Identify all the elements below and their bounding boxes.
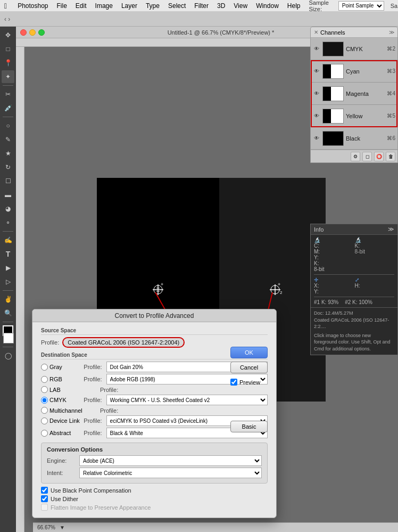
menu-3d[interactable]: 3D xyxy=(217,2,225,10)
background-color[interactable] xyxy=(3,333,14,343)
channel-row-magenta[interactable]: 👁 Magenta ⌘4 xyxy=(311,83,397,105)
black-point-label: Use Black Point Compensation xyxy=(51,487,131,494)
channel-new-icon[interactable]: ◻ xyxy=(362,152,372,161)
basic-button[interactable]: Basic xyxy=(230,421,268,432)
intent-row: Intent: Relative Colorimetric xyxy=(47,468,262,478)
tool-crop[interactable]: ✂ xyxy=(2,88,14,101)
menu-image[interactable]: Image xyxy=(95,2,113,10)
tool-dodge[interactable]: ⚬ xyxy=(2,216,14,229)
tool-marquee[interactable]: □ xyxy=(2,43,14,55)
dest-multichannel-radio[interactable] xyxy=(41,407,48,414)
tool-eraser[interactable]: ☐ xyxy=(2,175,14,187)
sample2-k-value: 100% xyxy=(359,299,372,305)
dialog-body: OK Cancel Preview Basic Source Space Pro… xyxy=(32,322,276,518)
tool-divider-3 xyxy=(3,231,13,232)
channel-shortcut-yellow: ⌘5 xyxy=(387,113,395,119)
sample-size-select[interactable]: Point Sample xyxy=(338,1,384,11)
tool-eyedropper[interactable]: 💉 xyxy=(2,102,14,114)
dither-checkbox[interactable] xyxy=(41,495,48,502)
info-c-label: C: xyxy=(314,243,319,249)
source-profile-value: Coated GRACoL 2006 (ISO 12647-2:2004) xyxy=(62,337,185,348)
tool-move[interactable]: ✥ xyxy=(2,29,14,42)
tool-heal[interactable]: ○ xyxy=(2,119,14,132)
channel-delete-icon[interactable]: 🗑 xyxy=(386,152,395,161)
dialog-buttons: OK Cancel Preview Basic xyxy=(230,347,268,432)
intent-select[interactable]: Relative Colorimetric xyxy=(79,468,262,478)
toolbar-options: Sample Size: Point Sample Sample: All La… xyxy=(309,0,399,12)
channel-thumb-yellow xyxy=(322,109,344,124)
apple-menu[interactable]:  xyxy=(4,2,7,10)
tool-history[interactable]: ↻ xyxy=(2,161,14,174)
channel-options-icon[interactable]: ⚙ xyxy=(351,152,360,161)
tool-shape[interactable]: ▷ xyxy=(2,275,14,288)
tool-divider-6 xyxy=(3,347,13,347)
options-bar: ‹ › xyxy=(0,12,398,27)
info-panel-expand[interactable]: ≫ xyxy=(388,226,394,233)
tool-hand[interactable]: ✌ xyxy=(2,293,14,306)
tool-brush[interactable]: ✎ xyxy=(2,133,14,146)
source-section-label: Source Space xyxy=(41,328,268,335)
engine-select[interactable]: Adobe (ACE) xyxy=(79,455,262,466)
dest-lab-radio[interactable] xyxy=(41,386,48,393)
info-y-label: Y: xyxy=(314,255,319,260)
ok-button[interactable]: OK xyxy=(230,347,268,358)
tool-stamp[interactable]: ★ xyxy=(2,147,14,160)
channel-eye-magenta[interactable]: 👁 xyxy=(313,90,320,97)
channel-eye-yellow[interactable]: 👁 xyxy=(313,112,320,120)
channel-name-yellow: Yellow xyxy=(346,113,385,119)
tool-blur[interactable]: ◕ xyxy=(2,202,14,215)
source-profile-label: Profile: xyxy=(41,339,59,346)
channel-row-black[interactable]: 👁 Black ⌘6 xyxy=(311,127,397,150)
menu-filter[interactable]: Filter xyxy=(194,2,209,10)
tool-magic-wand[interactable]: ✦ xyxy=(2,70,14,83)
tool-screen-mode[interactable]: ◯ xyxy=(2,349,14,362)
tool-gradient[interactable]: ▬ xyxy=(2,189,14,201)
tool-type[interactable]: T xyxy=(2,248,14,260)
tool-path-select[interactable]: ▶ xyxy=(2,261,14,274)
channel-shortcut-cyan: ⌘3 xyxy=(387,68,395,74)
dest-devicelink-radio[interactable] xyxy=(41,418,48,424)
menu-window[interactable]: Window xyxy=(256,2,279,10)
maximize-button[interactable] xyxy=(38,29,45,36)
channel-load-icon[interactable]: ⭕ xyxy=(374,152,384,161)
close-button[interactable] xyxy=(20,29,27,36)
menu-layer[interactable]: Layer xyxy=(121,2,137,10)
dest-gray-radio[interactable] xyxy=(41,364,48,371)
channel-eye-black[interactable]: 👁 xyxy=(313,135,320,142)
engine-row: Engine: Adobe (ACE) xyxy=(47,455,262,466)
tool-zoom[interactable]: 🔍 xyxy=(2,307,14,320)
menu-view[interactable]: View xyxy=(234,2,247,10)
dest-abstract-radio[interactable] xyxy=(41,430,48,437)
channels-panel-close[interactable]: ✕ xyxy=(314,29,318,35)
info-m-label: M: xyxy=(314,249,320,255)
channel-eye-cyan[interactable]: 👁 xyxy=(313,68,320,75)
dither-row: Use Dither xyxy=(41,495,268,502)
menu-help[interactable]: Help xyxy=(287,2,301,10)
dest-cmyk-radio[interactable] xyxy=(41,397,48,404)
menu-type[interactable]: Type xyxy=(146,2,160,10)
channel-row-cyan[interactable]: 👁 Cyan ⌘3 xyxy=(311,60,397,83)
tool-lasso[interactable]: 📍 xyxy=(2,56,14,69)
tool-pen[interactable]: ✍ xyxy=(2,234,14,247)
menu-file[interactable]: File xyxy=(57,2,67,10)
menu-photoshop[interactable]: Photoshop xyxy=(18,2,48,10)
channels-panel-title: Channels xyxy=(320,29,345,36)
info-separator-2 xyxy=(314,297,394,297)
info-panel: Info ≫ 🔬 C: M: Y: K: 8-bit 🔬 K: xyxy=(310,224,398,355)
menu-select[interactable]: Select xyxy=(168,2,186,10)
nav-arrows[interactable]: ‹ › xyxy=(4,15,10,23)
info-doc-text: Doc: 12.4M/5.27M xyxy=(314,310,394,317)
channels-panel-expand[interactable]: ≫ xyxy=(389,29,394,35)
channel-row-cmyk[interactable]: 👁 CMYK ⌘2 xyxy=(311,38,397,60)
info-sample-1: #1 K: 93% xyxy=(314,299,338,305)
menu-edit[interactable]: Edit xyxy=(76,2,87,10)
black-point-checkbox[interactable] xyxy=(41,487,48,494)
channel-eye-cmyk[interactable]: 👁 xyxy=(313,45,320,53)
dest-rgb-radio[interactable] xyxy=(41,376,48,383)
flatten-checkbox[interactable] xyxy=(41,504,48,511)
sample1-k-value: 93% xyxy=(328,299,338,305)
channel-row-yellow[interactable]: 👁 Yellow ⌘5 xyxy=(311,105,397,127)
minimize-button[interactable] xyxy=(29,29,36,36)
cancel-button[interactable]: Cancel xyxy=(230,362,268,373)
preview-checkbox[interactable] xyxy=(230,379,237,386)
